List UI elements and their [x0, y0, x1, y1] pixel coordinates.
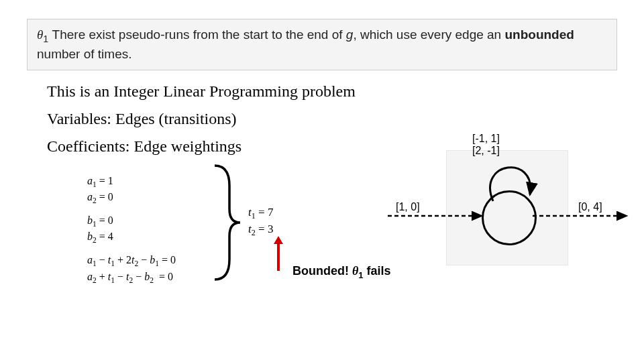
- eq1-t1sub: 1: [111, 259, 115, 267]
- t-values: t1 = 7 t2 = 3: [248, 206, 273, 240]
- loop-label-1: [-1, 1]: [472, 133, 500, 145]
- a2-sub: 2: [93, 196, 97, 204]
- a2-rhs: = 0: [99, 191, 113, 202]
- outgoing-edge: [519, 196, 633, 236]
- theta-text-1: There exist pseudo-runs from the start t…: [52, 27, 343, 42]
- a1-rhs: = 1: [99, 175, 113, 186]
- theta-subscript: 1: [43, 34, 48, 44]
- eq2-t1sub: 1: [111, 276, 115, 284]
- theta-g: g: [346, 27, 354, 42]
- b1-sub: 1: [93, 220, 97, 228]
- fail-sub: 1: [358, 269, 363, 280]
- theta-symbol: θ: [37, 27, 43, 42]
- theta-bold: unbounded: [504, 27, 574, 42]
- theta-tail: number of times.: [37, 47, 132, 61]
- bounded-fail-text: Bounded! θ1 fails: [292, 264, 391, 280]
- a1-var: a: [87, 175, 93, 186]
- b2-sub: 2: [93, 237, 97, 245]
- b2-var: b: [87, 231, 93, 242]
- fail-prefix: Bounded!: [292, 264, 352, 278]
- svg-marker-1: [274, 236, 283, 244]
- eq2-t2sub: 2: [129, 276, 133, 284]
- fail-theta: θ: [352, 264, 358, 278]
- incoming-edge: [388, 196, 502, 236]
- t1-rhs: = 7: [258, 206, 273, 219]
- variables-line: Variables: Edges (transitions): [47, 110, 644, 128]
- math-equations: a1 = 1 a2 = 0 b1 = 0 b2 = 4 a1 − t1 + 2t…: [87, 174, 176, 286]
- a2-var: a: [87, 191, 93, 202]
- b2-rhs: = 4: [99, 231, 113, 242]
- fail-suffix: fails: [364, 264, 391, 278]
- red-up-arrow-icon: [274, 236, 283, 271]
- t2-rhs: = 3: [258, 223, 273, 235]
- eq2-rhs: = 0: [159, 271, 173, 282]
- ilp-line: This is an Integer Linear Programming pr…: [47, 82, 644, 101]
- a1-sub: 1: [93, 180, 97, 188]
- theta-statement-box: θ1 There exist pseudo-runs from the star…: [27, 19, 617, 70]
- eq2-bsub: 2: [150, 276, 154, 284]
- eq1-asub: 1: [93, 259, 97, 267]
- theta-text-2: , which use every edge an: [353, 27, 501, 42]
- curly-brace-icon: [208, 162, 241, 283]
- eq1-rhs: = 0: [162, 254, 176, 265]
- eq1-t2sub: 2: [135, 259, 139, 267]
- t2-sub: 2: [252, 228, 256, 237]
- b1-rhs: = 0: [99, 215, 113, 226]
- lower-region: a1 = 1 a2 = 0 b1 = 0 b2 = 4 a1 − t1 + 2t…: [0, 162, 644, 350]
- eq2-a: a: [87, 271, 93, 282]
- eq2-asub: 2: [93, 276, 97, 284]
- t1-sub: 1: [252, 211, 256, 221]
- eq1-a: a: [87, 254, 93, 265]
- eq1-bsub: 1: [155, 259, 159, 267]
- b1-var: b: [87, 215, 93, 226]
